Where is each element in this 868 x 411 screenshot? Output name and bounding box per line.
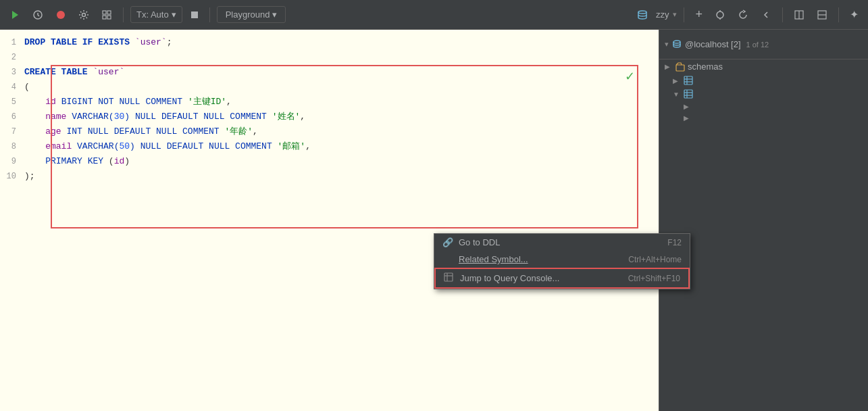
stop-square-button[interactable] — [186, 8, 203, 22]
editor-line-8: 8 email VARCHAR(50) NULL DEFAULT NULL CO… — [0, 139, 659, 154]
line-code-3: CREATE TABLE `user` — [24, 65, 659, 80]
tx-chevron: ▾ — [172, 9, 176, 20]
svg-point-2 — [57, 11, 65, 19]
sidebar-body: ▶ schemas ▶ ▼ ▶ ▶ — [659, 59, 868, 411]
line-num-9: 9 — [0, 154, 24, 169]
separator-2 — [209, 7, 210, 22]
line-code-4: ( — [24, 80, 659, 95]
zzy-label: zzy — [656, 9, 669, 20]
line-code-9: PRIMARY KEY (id) — [24, 154, 659, 169]
line-code-5: id BIGINT NOT NULL COMMENT '主键ID', — [24, 95, 659, 110]
playground-label: Playground — [226, 9, 270, 20]
line-code-1: DROP TABLE IF EXISTS `user`; — [24, 35, 659, 50]
tree-chevron-2: ▶ — [673, 77, 681, 84]
svg-rect-27 — [444, 273, 453, 281]
main-area: 1 DROP TABLE IF EXISTS `user`; 2 3 CREAT… — [0, 30, 868, 411]
layout2-button[interactable] — [813, 7, 832, 23]
svg-rect-8 — [191, 11, 198, 18]
main-toolbar: Tx: Auto ▾ Playground ▾ zzy ▾ + — [0, 0, 868, 30]
tree-item-5[interactable]: ▶ — [659, 112, 868, 124]
ctx-go-to-ddl-label: Go to DDL — [459, 237, 500, 247]
host-label: @localhost [2] — [685, 39, 741, 49]
grid-icon-2 — [684, 76, 693, 85]
line-code-8: email VARCHAR(50) NULL DEFAULT NULL COMM… — [24, 139, 659, 154]
playground-tab[interactable]: Playground ▾ — [217, 6, 286, 23]
ctx-related-symbol-shortcut: Ctrl+Alt+Home — [628, 255, 682, 264]
tree-item-1[interactable]: ▶ schemas — [659, 59, 868, 74]
svg-marker-0 — [12, 11, 18, 19]
zzy-chevron: ▾ — [673, 10, 677, 19]
editor-line-10: 10 ); — [0, 169, 659, 184]
line-code-10: ); — [24, 169, 659, 184]
svg-rect-7 — [107, 16, 111, 19]
sidebar-toolbar: ▾ @localhost [2] 1 of 12 — [659, 30, 868, 59]
toolbar-right: zzy ▾ + ✦ — [633, 5, 863, 24]
line-num-1: 1 — [0, 35, 24, 50]
line-num-8: 8 — [0, 139, 24, 154]
line-num-10: 10 — [0, 169, 24, 184]
sidebar-db-icon — [671, 39, 682, 50]
svg-rect-23 — [684, 90, 692, 98]
editor-line-4: 4 ( — [0, 80, 659, 95]
tree-item-3[interactable]: ▼ — [659, 87, 868, 101]
ctx-go-to-ddl-shortcut: F12 — [667, 238, 682, 247]
svg-rect-18 — [676, 65, 684, 71]
sidebar: ▾ @localhost [2] 1 of 12 ▶ schemas ▶ ▼ — [659, 30, 868, 411]
editor-area[interactable]: 1 DROP TABLE IF EXISTS `user`; 2 3 CREAT… — [0, 30, 659, 411]
line-code-6: name VARCHAR(30) NULL DEFAULT NULL COMME… — [24, 110, 659, 124]
ctx-left-jump-query[interactable]: Jump to Query Console... Ctrl+Shift+F10 — [434, 268, 690, 289]
editor-line-6: 6 name VARCHAR(30) NULL DEFAULT NULL COM… — [0, 110, 659, 124]
separator-3 — [684, 7, 684, 22]
line-num-3: 3 — [0, 65, 24, 80]
editor-line-1: 1 DROP TABLE IF EXISTS `user`; — [0, 35, 659, 50]
editor-line-7: 7 age INT NULL DEFAULT NULL COMMENT '年龄'… — [0, 124, 659, 139]
add-button[interactable]: + — [691, 5, 707, 24]
db-icon-button[interactable] — [633, 7, 652, 23]
separator-5 — [838, 7, 839, 22]
editor-line-3: 3 CREATE TABLE `user` — [0, 65, 659, 80]
ctx-go-to-ddl-icon: 🔗 — [442, 237, 453, 247]
svg-rect-19 — [684, 76, 692, 84]
line-num-2: 2 — [0, 50, 24, 65]
line-num-6: 6 — [0, 110, 24, 124]
stop-button[interactable] — [51, 7, 70, 23]
history-button[interactable] — [28, 7, 47, 23]
ctx-related-symbol-label: Related Symbol... — [459, 254, 528, 264]
playground-chevron: ▾ — [272, 9, 277, 20]
refresh-button[interactable] — [734, 7, 752, 23]
pin-button[interactable] — [711, 7, 730, 23]
ctx-left-related-symbol[interactable]: Related Symbol... Ctrl+Alt+Home — [434, 251, 690, 268]
tx-label: Tx: Auto — [136, 9, 169, 20]
line-num-7: 7 — [0, 124, 24, 139]
editor-checkmark: ✓ — [625, 69, 635, 84]
editor-content: 1 DROP TABLE IF EXISTS `user`; 2 3 CREAT… — [0, 30, 659, 189]
tree-item-2[interactable]: ▶ — [659, 74, 868, 87]
ctx-jump-query-shortcut: Ctrl+Shift+F10 — [628, 274, 680, 283]
line-num-5: 5 — [0, 95, 24, 110]
svg-rect-4 — [103, 11, 106, 14]
editor-line-9: 9 PRIMARY KEY (id) — [0, 154, 659, 169]
tree-item-4[interactable]: ▶ — [659, 101, 868, 112]
tree-chevron-3: ▼ — [673, 91, 681, 98]
back-button[interactable] — [757, 7, 775, 23]
editor-line-5: 5 id BIGINT NOT NULL COMMENT '主键ID', — [0, 95, 659, 110]
grid-button[interactable] — [97, 7, 116, 23]
tx-dropdown[interactable]: Tx: Auto ▾ — [130, 6, 182, 23]
folder-icon-1 — [675, 62, 685, 72]
editor-line-2: 2 — [0, 50, 659, 65]
tree-chevron-5: ▶ — [684, 114, 692, 122]
line-num-4: 4 — [0, 80, 24, 95]
layout1-button[interactable] — [790, 7, 809, 23]
ctx-left-go-to-ddl[interactable]: 🔗 Go to DDL F12 — [434, 234, 690, 251]
run-button[interactable] — [5, 7, 24, 23]
svg-point-17 — [673, 41, 680, 43]
svg-point-9 — [638, 11, 646, 14]
svg-point-3 — [82, 13, 86, 16]
ctx-jump-query-label: Jump to Query Console... — [460, 273, 559, 283]
ai-button[interactable]: ✦ — [846, 5, 863, 24]
svg-rect-6 — [103, 16, 106, 19]
separator-4 — [782, 7, 783, 22]
host-badge: 1 of 12 — [746, 41, 769, 49]
grid-icon-3 — [684, 89, 693, 99]
settings-button[interactable] — [74, 7, 93, 23]
